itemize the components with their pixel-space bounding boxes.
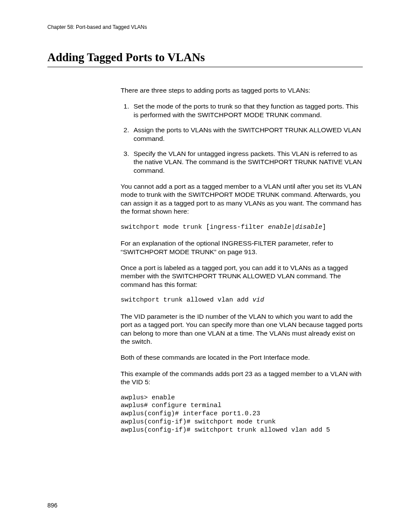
intro-paragraph: There are three steps to adding ports as… — [121, 86, 363, 94]
steps-list: Set the mode of the ports to trunk so th… — [121, 102, 363, 174]
page-content: Chapter 58: Port-based and Tagged VLANs … — [47, 24, 363, 442]
code-param: vid — [252, 296, 264, 304]
code-mode-trunk: switchport mode trunk [ingress-filter en… — [121, 224, 363, 232]
step-1: Set the mode of the ports to trunk so th… — [131, 102, 363, 119]
step-2: Assign the ports to VLANs with the SWITC… — [131, 126, 363, 143]
code-text: switchport trunk allowed vlan add — [121, 296, 252, 304]
title-rule — [47, 67, 363, 67]
paragraph-port-interface: Both of these commands are located in th… — [121, 353, 363, 361]
paragraph-mode-trunk: You cannot add a port as a tagged member… — [121, 182, 363, 216]
paragraph-ingress-filter: For an explanation of the optional INGRE… — [121, 239, 363, 256]
page-number: 896 — [47, 502, 57, 509]
code-text: ] — [322, 224, 326, 231]
code-text: switchport mode trunk [ingress-filter — [121, 224, 268, 231]
body-column: There are three steps to adding ports as… — [121, 86, 363, 434]
page-title: Adding Tagged Ports to VLANs — [47, 51, 363, 65]
code-param: enable|disable — [268, 224, 322, 231]
paragraph-example-intro: This example of the commands adds port 2… — [121, 370, 363, 386]
code-allowed-vlan: switchport trunk allowed vlan add vid — [121, 296, 363, 305]
paragraph-allowed-vlan: Once a port is labeled as a tagged port,… — [121, 264, 363, 289]
paragraph-vid: The VID parameter is the ID number of th… — [121, 312, 363, 346]
code-example: awplus> enable awplus# configure termina… — [121, 394, 363, 435]
step-3: Specify the VLAN for untagged ingress pa… — [131, 149, 363, 174]
chapter-header: Chapter 58: Port-based and Tagged VLANs — [47, 24, 363, 30]
